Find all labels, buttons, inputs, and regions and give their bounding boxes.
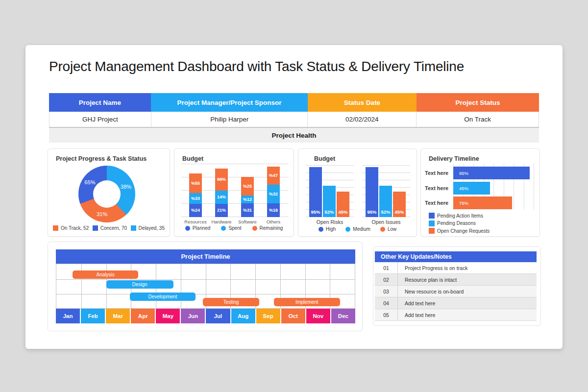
donut-legend-item-2: Delayed, 35 bbox=[131, 225, 165, 231]
hbar-bar-0: 95% bbox=[453, 167, 530, 179]
info-header-1: Project Manager/Project Sponsor bbox=[151, 93, 308, 112]
info-value-1: Philip Harper bbox=[151, 112, 308, 127]
info-value-3: On Track bbox=[416, 112, 539, 127]
gantt-month-row: JanFebMarAprMayJunJulAugSepOctNovDec bbox=[56, 309, 355, 323]
donut-slice-label-concern: 65% bbox=[85, 179, 96, 185]
stacked-bar-others-planned: %16 bbox=[267, 203, 280, 217]
note-number-01: 01 bbox=[375, 262, 398, 273]
grouped-legend-item-0-label: High bbox=[326, 226, 336, 232]
donut-legend-item-0-label: On Track, 52 bbox=[61, 225, 89, 231]
note-text-04: Add text here bbox=[398, 297, 537, 309]
gantt-month-aug: Aug bbox=[231, 309, 256, 323]
stacked-bar-hardware-planned: 21% bbox=[215, 204, 228, 217]
delivery-legend-item-2: Open Change Requests bbox=[429, 228, 490, 234]
hbar-bar-1: 45% bbox=[453, 182, 490, 195]
stacked-legend-item-1-label: Spent bbox=[228, 225, 241, 231]
hbar-row-label-2: Text here bbox=[425, 196, 448, 209]
donut-legend-item-0: On Track, 52 bbox=[53, 225, 89, 231]
gantt-grid-hline-1 bbox=[56, 294, 355, 294]
grouped-legend-item-1: Medium bbox=[345, 226, 370, 232]
budget-stacked-legend: PlannedSpentRemaining bbox=[174, 225, 294, 231]
project-info-value-row: GHJ ProjectPhilip Harper02/02/2024On Tra… bbox=[49, 112, 539, 128]
donut-slice-label-on-track: 31% bbox=[97, 211, 107, 217]
gantt-month-jan: Jan bbox=[56, 309, 81, 323]
grouped-bar-value-0-1: 52% bbox=[323, 209, 336, 215]
note-row-03: 03New resource is on-board bbox=[375, 286, 537, 297]
note-number-02: 02 bbox=[375, 274, 398, 285]
gantt-task-testing: Testing bbox=[203, 298, 259, 306]
notes-title-bar: Other Key Updates/Notes bbox=[375, 251, 537, 262]
page-title: Project Management Dashboard with Task S… bbox=[49, 59, 464, 74]
stacked-legend-item-2-swatch bbox=[252, 226, 257, 231]
stacked-bar-hardware-spent: 14% bbox=[215, 191, 228, 204]
stacked-legend-item-1: Spent bbox=[221, 225, 241, 231]
card-budget-stacked: Budget %24%33%55Resources21%14%66%Hardwa… bbox=[174, 148, 294, 237]
grouped-legend-item-0: High bbox=[318, 226, 336, 232]
note-number-04: 04 bbox=[375, 297, 398, 309]
donut-legend: On Track, 52Concern, 70Delayed, 35 bbox=[53, 225, 165, 231]
note-text-02: Resource plan is intact bbox=[398, 274, 537, 285]
stacked-gridline-0 bbox=[181, 164, 289, 164]
gantt-month-jun: Jun bbox=[181, 309, 206, 323]
stacked-bar-software-remaining: %25 bbox=[241, 177, 254, 196]
note-text-03: New resource is on-board bbox=[398, 286, 537, 297]
grouped-legend-item-0-swatch bbox=[318, 227, 323, 232]
stacked-legend-item-2-label: Remaining bbox=[260, 225, 283, 231]
gantt-title-bar: Project Timeline bbox=[56, 249, 355, 264]
note-row-05: 05Add text here bbox=[375, 309, 537, 321]
delivery-legend-item-0-swatch bbox=[429, 213, 435, 219]
note-text-01: Project Progress is on track bbox=[398, 262, 537, 273]
delivery-legend-item-2-label: Open Change Requests bbox=[437, 228, 490, 234]
note-row-01: 01Project Progress is on track bbox=[375, 262, 537, 274]
gantt-task-development: Development bbox=[130, 293, 196, 301]
risks-issues-legend: HighMediumLow bbox=[298, 226, 416, 232]
info-value-2: 02/02/2024 bbox=[308, 112, 416, 127]
note-number-03: 03 bbox=[375, 286, 398, 297]
donut-legend-item-1-swatch bbox=[93, 225, 98, 231]
info-header-0: Project Name bbox=[49, 93, 151, 112]
grouped-bar-value-1-2: 45% bbox=[393, 209, 406, 215]
project-health-bar: Project Health bbox=[49, 128, 539, 143]
grouped-group-label-0: Open Risks bbox=[310, 219, 349, 225]
budget-stacked-card-title: Budget bbox=[182, 155, 203, 162]
note-text-05: Add text here bbox=[398, 309, 537, 320]
grouped-legend-item-2: Low bbox=[380, 226, 396, 232]
grouped-gridline-0-0 bbox=[306, 165, 354, 166]
stacked-legend-item-0-label: Planned bbox=[193, 225, 211, 231]
hbar-row-label-0: Text here bbox=[425, 167, 448, 179]
stacked-bar-others-remaining: %47 bbox=[267, 167, 280, 185]
notes-panel: Other Key Updates/Notes 01Project Progre… bbox=[373, 246, 541, 326]
hbar-bar-2: 78% bbox=[453, 196, 512, 209]
donut-legend-item-2-swatch bbox=[131, 225, 136, 231]
gantt-month-feb: Feb bbox=[81, 309, 106, 323]
card-risks-issues: Budget 95%52%45%Open Risks95%52%45%Open … bbox=[298, 148, 417, 237]
donut-legend-item-1-label: Concern, 70 bbox=[100, 225, 127, 231]
grouped-legend-item-1-label: Medium bbox=[353, 226, 370, 232]
risks-issues-card-title: Budget bbox=[314, 155, 335, 162]
stacked-bar-resources-remaining: %55 bbox=[189, 173, 202, 193]
info-header-2: Status Date bbox=[308, 93, 416, 112]
gantt-task-analysis: Analysis bbox=[73, 270, 138, 279]
grouped-legend-item-2-label: Low bbox=[388, 226, 396, 232]
hbar-row-label-1: Text here bbox=[425, 182, 448, 195]
stacked-bar-others-spent: %32 bbox=[267, 185, 280, 203]
project-timeline-panel: Project Timeline AnalysisDesignDevelopme… bbox=[48, 242, 363, 331]
note-row-02: 02Resource plan is intact bbox=[375, 274, 537, 286]
grouped-bar-value-0-2: 45% bbox=[337, 209, 349, 215]
stacked-legend-item-0: Planned bbox=[185, 225, 211, 231]
stacked-category-label-others: Others bbox=[258, 219, 289, 224]
delivery-legend-item-1-label: Pending Deasons bbox=[437, 220, 476, 226]
donut-slice-label-delayed: 38% bbox=[121, 184, 131, 190]
grouped-group-label-1: Open Issues bbox=[367, 219, 406, 225]
donut-legend-item-2-label: Delayed, 35 bbox=[139, 225, 165, 231]
note-number-05: 05 bbox=[375, 309, 398, 320]
gantt-month-may: May bbox=[156, 309, 181, 323]
gantt-grid-hline-0 bbox=[56, 279, 355, 280]
hbar-gridline-8 bbox=[534, 164, 534, 210]
gantt-grid: AnalysisDesignDevelopmentTestingImplemen… bbox=[56, 264, 355, 309]
gantt-task-implement: Implement bbox=[274, 298, 340, 306]
grouped-legend-item-1-swatch bbox=[345, 227, 350, 232]
donut-legend-item-1: Concern, 70 bbox=[93, 225, 127, 231]
stacked-bar-software-spent: %12 bbox=[241, 196, 254, 203]
stacked-legend-item-2: Remaining bbox=[252, 225, 283, 231]
